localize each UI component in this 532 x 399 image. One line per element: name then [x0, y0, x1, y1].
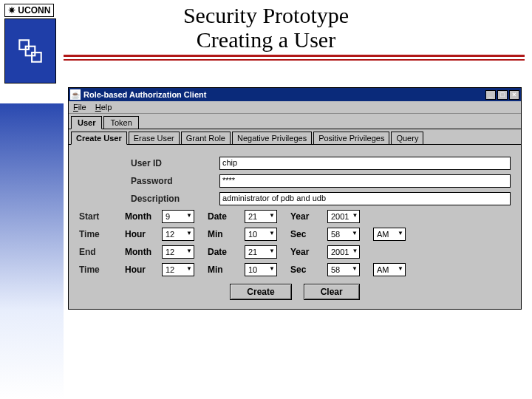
start-year-label: Year: [290, 211, 323, 222]
clear-button[interactable]: Clear: [304, 284, 360, 300]
end-sec-label: Sec: [290, 265, 323, 275]
start-min-label: Min: [208, 229, 240, 239]
tabs-primary: User Token: [69, 114, 521, 129]
tab-user[interactable]: User: [71, 116, 102, 129]
end-hour-select[interactable]: 12: [162, 263, 194, 276]
slide-header: Security Prototype Creating a User: [0, 0, 532, 52]
end-month-select[interactable]: 12: [162, 245, 194, 259]
start-sec-select[interactable]: 58: [327, 228, 360, 241]
description-label: Description: [131, 194, 219, 204]
password-label: Password: [131, 176, 219, 186]
tab-create-user[interactable]: Create User: [71, 132, 127, 145]
slide-title: Security Prototype Creating a User: [7, 3, 525, 52]
tab-query[interactable]: Query: [391, 132, 423, 144]
tab-positive-privileges[interactable]: Positive Privileges: [313, 132, 389, 144]
uconn-badge: ✷ UCONN: [4, 3, 61, 83]
create-button[interactable]: Create: [230, 284, 291, 300]
start-min-select[interactable]: 10: [245, 228, 277, 241]
description-input[interactable]: administrator of pdb and udb: [219, 192, 511, 205]
svg-rect-2: [32, 52, 41, 62]
tab-grant-role[interactable]: Grant Role: [181, 132, 231, 144]
end-year-select[interactable]: 2001: [327, 245, 360, 259]
end-date-select[interactable]: 21: [245, 245, 277, 259]
end-month-label: Month: [125, 247, 157, 257]
start-month-select[interactable]: 9: [162, 210, 194, 223]
end-ampm-select[interactable]: AM: [373, 263, 406, 276]
user-id-input[interactable]: chip: [219, 157, 511, 170]
start-label: Start: [79, 211, 120, 222]
uconn-square-logo: [4, 18, 56, 83]
maximize-button[interactable]: □: [497, 90, 508, 100]
minimize-button[interactable]: _: [485, 90, 496, 100]
svg-rect-1: [26, 47, 35, 56]
uconn-wordmark: ✷ UCONN: [4, 4, 54, 17]
window-title: Role-based Authorization Client: [83, 90, 485, 99]
create-user-form: User ID chip Password **** Description a…: [69, 145, 521, 309]
svg-rect-0: [19, 40, 29, 50]
start-date-select[interactable]: 21: [245, 210, 277, 223]
menu-help[interactable]: Help: [95, 103, 112, 112]
start-time-label: Time: [79, 229, 120, 239]
start-date-label: Date: [208, 211, 240, 222]
start-ampm-select[interactable]: AM: [373, 228, 406, 241]
user-id-label: User ID: [131, 158, 219, 168]
end-hour-label: Hour: [125, 265, 157, 275]
close-button[interactable]: ×: [509, 90, 519, 100]
start-year-select[interactable]: 2001: [327, 210, 360, 223]
password-input[interactable]: ****: [219, 174, 511, 188]
start-sec-label: Sec: [290, 229, 323, 239]
end-date-label: Date: [208, 247, 240, 257]
tab-token[interactable]: Token: [103, 116, 138, 129]
java-icon: ☕: [70, 89, 81, 100]
end-min-select[interactable]: 10: [245, 263, 277, 276]
cse-icon: [15, 35, 46, 66]
window-titlebar[interactable]: ☕ Role-based Authorization Client _ □ ×: [69, 88, 521, 101]
start-hour-select[interactable]: 12: [162, 228, 194, 241]
title-underline: [64, 55, 525, 60]
tabs-secondary: Create User Erase User Grant Role Negati…: [69, 129, 521, 145]
end-time-label: Time: [79, 265, 120, 275]
end-sec-select[interactable]: 58: [327, 263, 360, 276]
start-hour-label: Hour: [125, 229, 157, 239]
app-window: ☕ Role-based Authorization Client _ □ × …: [68, 87, 522, 310]
menubar: File Help: [69, 101, 521, 114]
tab-erase-user[interactable]: Erase User: [129, 132, 180, 144]
end-label: End: [79, 247, 120, 257]
tab-negative-privileges[interactable]: Negative Privileges: [232, 132, 312, 144]
menu-file[interactable]: File: [73, 103, 86, 112]
end-year-label: Year: [290, 247, 323, 257]
end-min-label: Min: [208, 265, 240, 275]
start-month-label: Month: [125, 211, 157, 222]
side-gradient: [0, 103, 64, 399]
